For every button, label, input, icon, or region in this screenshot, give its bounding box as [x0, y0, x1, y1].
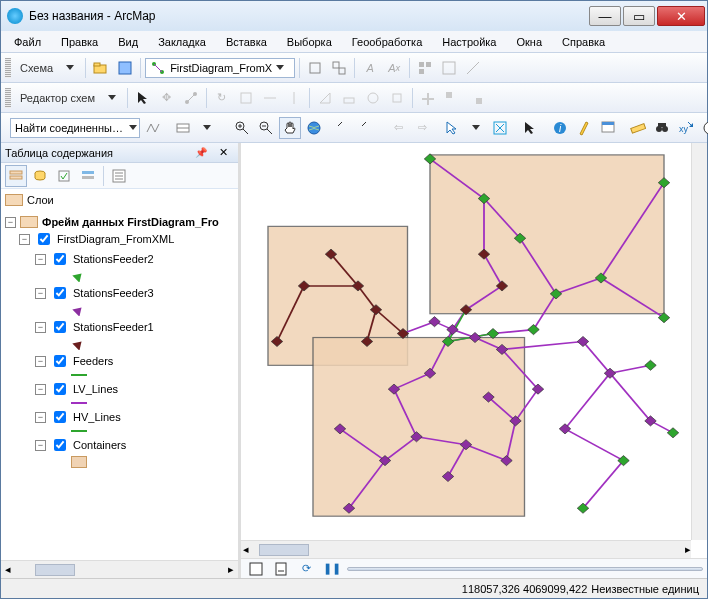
menu-windows[interactable]: Окна	[509, 34, 549, 50]
list-by-drawing-button[interactable]	[5, 165, 27, 187]
move-tool[interactable]: ✥	[156, 87, 178, 109]
tool-e[interactable]	[414, 57, 436, 79]
trace-tool[interactable]	[142, 117, 164, 139]
tool-b[interactable]	[328, 57, 350, 79]
menu-settings[interactable]: Настройка	[435, 34, 503, 50]
scroll-thumb[interactable]	[259, 544, 309, 556]
layer-checkbox[interactable]	[54, 439, 66, 451]
fixed-zoom-out-button[interactable]	[357, 117, 379, 139]
clear-selection-button[interactable]	[489, 117, 511, 139]
layer-props-button[interactable]	[172, 117, 194, 139]
editor-dropdown[interactable]	[101, 87, 123, 109]
goto-xy-button[interactable]: xy	[675, 117, 697, 139]
tool-c[interactable]: A	[359, 57, 381, 79]
close-panel-button[interactable]: ✕	[212, 142, 234, 164]
select-elements-button[interactable]	[519, 117, 541, 139]
tool-ed7[interactable]	[386, 87, 408, 109]
layer-checkbox[interactable]	[38, 233, 50, 245]
find-connected-combo[interactable]: Найти соединенные об	[10, 118, 140, 138]
menu-file[interactable]: Файл	[7, 34, 48, 50]
layer-checkbox[interactable]	[54, 411, 66, 423]
find-button[interactable]	[651, 117, 673, 139]
list-by-visibility-button[interactable]	[53, 165, 75, 187]
zoom-out-button[interactable]	[255, 117, 277, 139]
layer-checkbox[interactable]	[54, 253, 66, 265]
html-popup-button[interactable]	[597, 117, 619, 139]
options-button[interactable]	[108, 165, 130, 187]
toc-hscroll[interactable]: ◂ ▸	[1, 560, 238, 578]
view-data-button[interactable]	[245, 558, 267, 580]
tree-layer[interactable]: − Feeders	[3, 351, 236, 371]
collapse-button[interactable]: −	[35, 356, 46, 367]
fixed-zoom-in-button[interactable]	[333, 117, 355, 139]
menu-select[interactable]: Выборка	[280, 34, 339, 50]
tree-layer[interactable]: − StationsFeeder1	[3, 317, 236, 337]
layer-checkbox[interactable]	[54, 321, 66, 333]
tree-diagram[interactable]: − FirstDiagram_FromXML	[3, 229, 236, 249]
minimize-button[interactable]: ―	[589, 6, 621, 26]
tool-ed6[interactable]	[362, 87, 384, 109]
menu-geoprocessing[interactable]: Геообработка	[345, 34, 430, 50]
tree-frame[interactable]: − Фрейм данных FirstDiagram_Fro	[3, 215, 236, 229]
tool-ed10[interactable]	[465, 87, 487, 109]
layer-checkbox[interactable]	[54, 383, 66, 395]
rotate-tool[interactable]: ↻	[211, 87, 233, 109]
refresh-button[interactable]: ⟳	[295, 558, 317, 580]
tool-ed9[interactable]	[441, 87, 463, 109]
pin-button[interactable]: 📌	[190, 142, 212, 164]
measure-button[interactable]	[627, 117, 649, 139]
layer-props-dropdown[interactable]	[196, 117, 218, 139]
tree-layer[interactable]: − StationsFeeder2	[3, 249, 236, 269]
pause-button[interactable]: ❚❚	[320, 558, 344, 580]
open-folder-button[interactable]	[90, 57, 112, 79]
time-track[interactable]	[347, 567, 703, 571]
collapse-button[interactable]: −	[19, 234, 30, 245]
maximize-button[interactable]: ▭	[623, 6, 655, 26]
menu-bookmark[interactable]: Закладка	[151, 34, 213, 50]
map-canvas[interactable]: ◂ ▸	[241, 143, 707, 558]
zoom-in-button[interactable]	[231, 117, 253, 139]
collapse-button[interactable]: −	[35, 412, 46, 423]
tool-f[interactable]	[438, 57, 460, 79]
menu-help[interactable]: Справка	[555, 34, 612, 50]
scroll-thumb[interactable]	[35, 564, 75, 576]
collapse-button[interactable]: −	[35, 440, 46, 451]
tool-ed2[interactable]	[259, 87, 281, 109]
tool-d[interactable]: Ax	[383, 57, 405, 79]
select-dropdown[interactable]	[465, 117, 487, 139]
tree-layer[interactable]: − Containers	[3, 435, 236, 455]
menu-insert[interactable]: Вставка	[219, 34, 274, 50]
save-diagram-button[interactable]	[114, 57, 136, 79]
tool-ed1[interactable]	[235, 87, 257, 109]
time-slider-button[interactable]	[699, 117, 708, 139]
collapse-button[interactable]: −	[35, 322, 46, 333]
view-layout-button[interactable]	[270, 558, 292, 580]
list-by-selection-button[interactable]	[77, 165, 99, 187]
tree-root[interactable]: Слои	[3, 193, 236, 207]
tool-a[interactable]	[304, 57, 326, 79]
menu-view[interactable]: Вид	[111, 34, 145, 50]
select-features-button[interactable]	[441, 117, 463, 139]
tool-ed5[interactable]	[338, 87, 360, 109]
menu-edit[interactable]: Правка	[54, 34, 105, 50]
tree-layer[interactable]: − HV_Lines	[3, 407, 236, 427]
prev-extent-button[interactable]: ⇦	[387, 117, 409, 139]
collapse-button[interactable]: −	[5, 217, 16, 228]
tool-ed3[interactable]	[283, 87, 305, 109]
hyperlink-button[interactable]	[573, 117, 595, 139]
tool-g[interactable]	[462, 57, 484, 79]
full-extent-button[interactable]	[303, 117, 325, 139]
list-by-source-button[interactable]	[29, 165, 51, 187]
pan-button[interactable]	[279, 117, 301, 139]
pointer-tool[interactable]	[132, 87, 154, 109]
tool-ed8[interactable]	[417, 87, 439, 109]
collapse-button[interactable]: −	[35, 254, 46, 265]
edit-vertex-tool[interactable]	[180, 87, 202, 109]
tool-ed4[interactable]	[314, 87, 336, 109]
close-button[interactable]: ✕	[657, 6, 705, 26]
layer-checkbox[interactable]	[54, 287, 66, 299]
map-vscroll[interactable]	[691, 143, 707, 540]
schema-dropdown[interactable]	[59, 57, 81, 79]
collapse-button[interactable]: −	[35, 384, 46, 395]
collapse-button[interactable]: −	[35, 288, 46, 299]
